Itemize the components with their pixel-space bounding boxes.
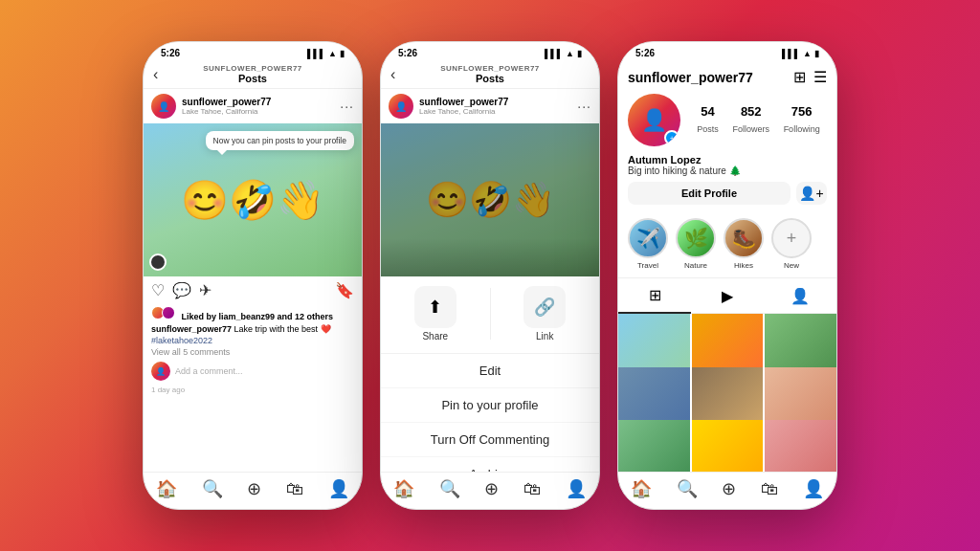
nav-shop[interactable]: 🛍 (286, 479, 303, 499)
link-button-sheet[interactable]: 🔗 Link (491, 282, 600, 345)
profile-action-icons: ⊞ ☰ (793, 68, 827, 86)
nav-shop-p3[interactable]: 🛍 (761, 479, 778, 499)
bookmark-button[interactable]: 🔖 (335, 281, 354, 299)
profile-avatar[interactable]: 👤 + (628, 94, 680, 146)
profile-header: sunflower_power77 ⊞ ☰ 👤 + 54 Posts 852 F… (618, 60, 836, 216)
posts-count: 54 (697, 104, 719, 119)
status-bar-phone2: 5:26 ▌▌▌ ▲ ▮ (381, 42, 599, 60)
signal-icon: ▌▌▌ (307, 49, 325, 58)
add-person-button[interactable]: 👤+ (796, 182, 827, 205)
status-icons-phone2: ▌▌▌ ▲ ▮ (545, 49, 582, 58)
grid-photo-9[interactable] (765, 420, 836, 472)
posts-header-phone2: ‹ SUNFLOWER_POWER77 Posts (381, 60, 599, 89)
bg-overlay (381, 238, 599, 276)
edit-profile-button[interactable]: Edit Profile (628, 182, 791, 205)
highlight-travel[interactable]: ✈️ Travel (628, 218, 668, 270)
share-button-sheet[interactable]: ⬆ Share (381, 282, 490, 345)
profile-top-row: sunflower_power77 ⊞ ☰ (628, 68, 827, 86)
wifi-icon: ▲ (328, 49, 337, 58)
menu-icon[interactable]: ☰ (813, 68, 827, 86)
phone3: 5:26 ▌▌▌ ▲ ▮ sunflower_power77 ⊞ ☰ 👤 + 5… (617, 41, 837, 510)
nav-profile-p3[interactable]: 👤 (803, 478, 824, 499)
highlight-new[interactable]: + New (771, 218, 812, 270)
view-comments[interactable]: View all 5 comments (144, 346, 362, 358)
turn-off-commenting-option[interactable]: Turn Off Commenting (381, 423, 599, 457)
more-options-button[interactable]: ··· (340, 99, 354, 114)
posts-stat[interactable]: 54 Posts (697, 104, 719, 136)
following-stat[interactable]: 756 Following (784, 104, 820, 136)
profile-full-name: Autumn Lopez (628, 154, 827, 165)
back-button[interactable]: ‹ (153, 66, 158, 83)
user-avatar-comment: 👤 (151, 362, 170, 381)
nav-home-p3[interactable]: 🏠 (631, 478, 652, 499)
nav-add[interactable]: ⊕ (247, 478, 261, 499)
comment-button[interactable]: 💬 (172, 281, 191, 299)
share-label: Share (422, 331, 448, 342)
avatar[interactable]: 👤 (151, 94, 176, 119)
header-title: SUNFLOWER_POWER77 Posts (203, 64, 302, 84)
grid-tabs: ⊞ ▶ 👤 (618, 277, 836, 314)
pin-to-profile-option[interactable]: Pin to your profile (381, 388, 599, 423)
photo-grid (618, 314, 836, 472)
grid-photo-7[interactable] (618, 420, 690, 472)
phone1: 5:26 ▌▌▌ ▲ ▮ ‹ SUNFLOWER_POWER77 Posts 👤… (143, 41, 363, 510)
profile-edit-row: Edit Profile 👤+ (628, 182, 827, 205)
link-label: Link (536, 331, 553, 342)
post-tags[interactable]: #laketahoe2022 (144, 335, 362, 346)
nav-home[interactable]: 🏠 (156, 478, 177, 499)
archive-option[interactable]: Archive (381, 457, 599, 472)
highlight-circle-hikes: 🥾 (724, 218, 764, 258)
wifi-icon2: ▲ (566, 49, 574, 58)
nav-search[interactable]: 🔍 (202, 478, 223, 499)
post-user-row: 👤 sunflower_power77 Lake Tahoe, Californ… (144, 89, 362, 123)
header-posts-label-phone2: Posts (440, 73, 540, 84)
nav-profile[interactable]: 👤 (328, 478, 349, 499)
highlights-row: ✈️ Travel 🌿 Nature 🥾 Hikes + New (618, 216, 836, 277)
post-username-phone2[interactable]: sunflower_power77 (419, 97, 571, 107)
highlight-hikes[interactable]: 🥾 Hikes (724, 218, 764, 270)
comment-input[interactable]: Add a comment... (175, 366, 354, 376)
highlight-circle-nature: 🌿 (676, 218, 716, 258)
live-indicator (149, 253, 167, 271)
signal-icon2: ▌▌▌ (545, 49, 563, 58)
like-button[interactable]: ♡ (151, 281, 165, 299)
liked-avatars (151, 306, 175, 320)
more-options-phone2[interactable]: ··· (577, 99, 591, 114)
tab-grid[interactable]: ⊞ (618, 278, 691, 314)
highlight-nature[interactable]: 🌿 Nature (676, 218, 716, 270)
followers-label: Followers (732, 124, 769, 134)
highlight-circle-new: + (771, 218, 812, 258)
time-phone1: 5:26 (161, 48, 180, 58)
share-icon: ⬆ (414, 286, 457, 328)
post-image: 😊🤣👋 Now you can pin posts to your profil… (144, 123, 362, 276)
tab-tagged[interactable]: 👤 (764, 278, 836, 313)
grid-photo-8[interactable] (692, 420, 764, 472)
nav-search-p2[interactable]: 🔍 (439, 478, 460, 499)
nav-profile-p2[interactable]: 👤 (566, 478, 587, 499)
battery-icon: ▮ (340, 49, 345, 58)
nav-search-p3[interactable]: 🔍 (677, 478, 698, 499)
nav-shop-p2[interactable]: 🛍 (523, 479, 541, 499)
nav-add-p2[interactable]: ⊕ (484, 478, 499, 499)
tab-reels[interactable]: ▶ (691, 278, 764, 313)
add-content-icon[interactable]: ⊞ (793, 68, 806, 86)
nav-home-p2[interactable]: 🏠 (393, 478, 414, 499)
status-icons-phone3: ▌▌▌ ▲ ▮ (782, 49, 819, 58)
back-button-phone2[interactable]: ‹ (390, 66, 395, 83)
followers-stat[interactable]: 852 Followers (732, 104, 769, 136)
time-phone3: 5:26 (635, 48, 655, 58)
caption-username[interactable]: sunflower_power77 (151, 324, 232, 334)
share-button[interactable]: ✈ (199, 281, 212, 299)
followers-count: 852 (732, 104, 769, 119)
profile-info-row: 👤 + 54 Posts 852 Followers 756 Following (628, 94, 827, 146)
edit-option[interactable]: Edit (381, 354, 599, 388)
profile-username: sunflower_power77 (628, 70, 753, 85)
highlight-label-hikes: Hikes (734, 261, 753, 270)
post-username[interactable]: sunflower_power77 (182, 97, 334, 107)
highlight-label-nature: Nature (684, 261, 707, 270)
post-bg-phone2: 😊🤣👋 (381, 123, 599, 276)
nav-add-p3[interactable]: ⊕ (722, 478, 736, 499)
avatar-phone2[interactable]: 👤 (389, 94, 413, 119)
add-comment-row: 👤 Add a comment... (144, 358, 362, 385)
post-location: Lake Tahoe, California (182, 107, 334, 116)
